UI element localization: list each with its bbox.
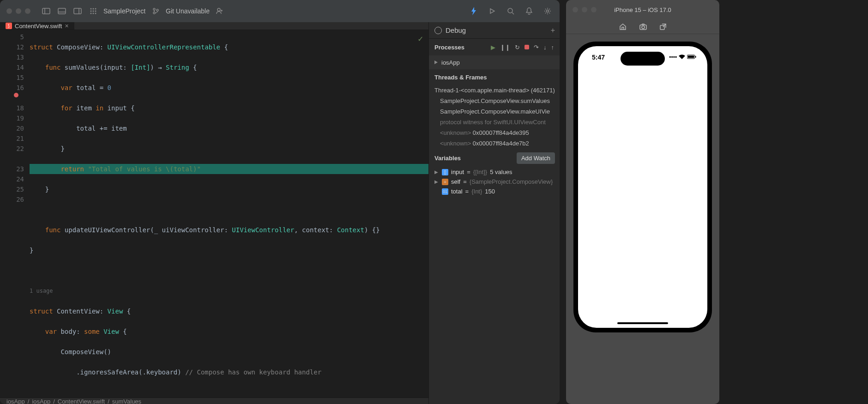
gutter[interactable]: 5 12 13 14 15 16 18 19 20 21 22 23 — [0, 30, 30, 398]
line-number[interactable]: 18 — [0, 103, 24, 113]
simulator-window: iPhone 15 – iOS 17.0 5:47 ▪▪▪▪ — [566, 0, 719, 404]
editor-tab[interactable]: ⟆ ContentView.swift × — [0, 22, 74, 30]
svg-rect-0 — [42, 8, 50, 14]
lightning-icon[interactable] — [468, 6, 479, 17]
pause-icon[interactable]: ❙❙ — [500, 44, 510, 51]
sidebar-bottom-icon[interactable] — [56, 6, 67, 17]
array-icon: [] — [442, 169, 448, 175]
check-icon[interactable]: ✓ — [418, 34, 423, 44]
stack-frame[interactable]: protocol witness for SwiftUI.UIViewCont — [429, 117, 560, 127]
close-window[interactable] — [6, 8, 12, 14]
code-area[interactable]: struct ComposeView: UIViewControllerRepr… — [30, 30, 428, 398]
step-over-icon[interactable]: ↷ — [534, 44, 539, 51]
line-number[interactable]: 22 — [0, 144, 24, 154]
stack-frame[interactable]: <unknown> 0x00007ff84a4de395 — [429, 127, 560, 138]
line-number[interactable]: 23 — [0, 164, 24, 174]
bell-icon[interactable] — [524, 6, 535, 17]
line-number[interactable]: 19 — [0, 113, 24, 123]
run-icon[interactable] — [487, 6, 498, 17]
svg-point-23 — [642, 26, 645, 29]
add-icon[interactable]: + — [551, 26, 555, 35]
resume-icon[interactable]: ▶ — [491, 44, 495, 51]
line-number[interactable]: 12 — [0, 42, 24, 52]
step-into-icon[interactable]: ↓ — [543, 44, 547, 51]
chevron-right-icon[interactable]: ▶ — [434, 169, 439, 175]
minimize-window[interactable] — [16, 8, 21, 14]
wifi-icon — [679, 54, 685, 59]
process-item[interactable]: iosApp — [429, 55, 560, 69]
breakpoint-line[interactable] — [0, 93, 24, 103]
svg-point-7 — [93, 8, 94, 10]
debug-panel: Debug + Processes ▶ ❙❙ ↻ ↷ ↓ ↑ — [428, 22, 560, 404]
stop-icon[interactable] — [524, 44, 529, 51]
screenshot-icon[interactable] — [639, 24, 647, 30]
external-icon[interactable] — [660, 24, 666, 30]
svg-rect-2 — [58, 8, 66, 14]
line-number[interactable]: 21 — [0, 133, 24, 144]
grid-icon[interactable] — [88, 6, 99, 17]
line-number[interactable]: 24 — [0, 174, 24, 184]
variable-row[interactable]: ▶ [] input = {[Int]} 5 values — [429, 167, 560, 177]
line-number[interactable]: 5 — [0, 32, 24, 42]
breadcrumb-item[interactable]: ContentView.swift — [58, 398, 105, 404]
dynamic-island — [621, 52, 665, 66]
phone-screen[interactable]: 5:47 ▪▪▪▪ — [578, 46, 707, 328]
sim-traffic-lights — [573, 7, 597, 12]
svg-point-8 — [95, 8, 96, 10]
usage-hint[interactable]: 1 usage — [30, 286, 428, 296]
gear-icon[interactable] — [542, 6, 553, 17]
variable-row[interactable]: 01 total = {Int} 150 — [429, 187, 560, 196]
code-editor[interactable]: 5 12 13 14 15 16 18 19 20 21 22 23 — [0, 30, 428, 398]
processes-label: Processes — [434, 44, 487, 51]
home-icon[interactable] — [619, 23, 627, 30]
close-icon[interactable]: × — [65, 22, 68, 30]
branch-icon[interactable] — [150, 6, 161, 17]
line-number[interactable]: 25 — [0, 184, 24, 194]
line-number[interactable]: 14 — [0, 62, 24, 72]
thread-item[interactable]: Thread-1-<com.apple.main-thread> (462171… — [429, 85, 560, 96]
variables-header: Variables Add Watch — [429, 149, 560, 167]
svg-point-6 — [90, 8, 92, 10]
home-indicator[interactable] — [617, 322, 668, 324]
sidebar-left-icon[interactable] — [41, 6, 52, 17]
svg-point-16 — [153, 12, 155, 14]
line-number[interactable]: 13 — [0, 52, 24, 62]
search-icon[interactable] — [505, 6, 516, 17]
close-window[interactable] — [573, 7, 578, 12]
breadcrumb-item[interactable]: iosApp — [6, 398, 25, 404]
process-name: iosApp — [441, 59, 460, 66]
line-number[interactable]: 16 — [0, 83, 24, 93]
variable-row[interactable]: ▶ ≡ self ={SampleProject.ComposeView} — [429, 177, 560, 187]
line-number[interactable]: 15 — [0, 72, 24, 83]
breakpoint-marker[interactable] — [14, 93, 18, 97]
sidebar-right-icon[interactable] — [72, 6, 83, 17]
ide-window: SampleProject Git Unavailable ⟆ ContentV… — [0, 0, 560, 404]
signal-icon: ▪▪▪▪ — [669, 54, 677, 60]
step-out-icon[interactable]: ↑ — [551, 44, 555, 51]
line-number[interactable]: 26 — [0, 194, 24, 205]
editor-tabbar: ⟆ ContentView.swift × — [0, 22, 428, 30]
chevron-right-icon[interactable]: ▶ — [434, 179, 439, 184]
restart-icon[interactable]: ↻ — [515, 44, 520, 51]
line-number[interactable]: 20 — [0, 123, 24, 133]
breadcrumb-item[interactable]: iosApp — [32, 398, 50, 404]
debug-title: Debug — [446, 26, 466, 34]
bug-icon — [434, 27, 442, 34]
svg-point-18 — [217, 8, 220, 11]
minimize-window[interactable] — [582, 7, 587, 12]
breadcrumb[interactable]: iosApp / iosApp / ContentView.swift / su… — [0, 398, 428, 404]
svg-point-11 — [95, 11, 96, 12]
stack-frame[interactable]: <unknown> 0x00007ff84a4de7b2 — [429, 138, 560, 149]
tab-filename: ContentView.swift — [15, 23, 62, 30]
project-name[interactable]: SampleProject — [103, 7, 145, 15]
add-user-icon[interactable] — [214, 6, 225, 17]
svg-point-14 — [95, 13, 96, 14]
maximize-window[interactable] — [591, 7, 597, 12]
stack-frame[interactable]: SampleProject.ComposeView.makeUIVie — [429, 106, 560, 117]
stack-frame[interactable]: SampleProject.ComposeView.sumValues — [429, 96, 560, 106]
svg-point-9 — [90, 11, 92, 12]
add-watch-button[interactable]: Add Watch — [517, 152, 555, 164]
breadcrumb-item[interactable]: sumValues — [112, 398, 141, 404]
maximize-window[interactable] — [25, 8, 30, 14]
play-icon — [434, 60, 438, 64]
